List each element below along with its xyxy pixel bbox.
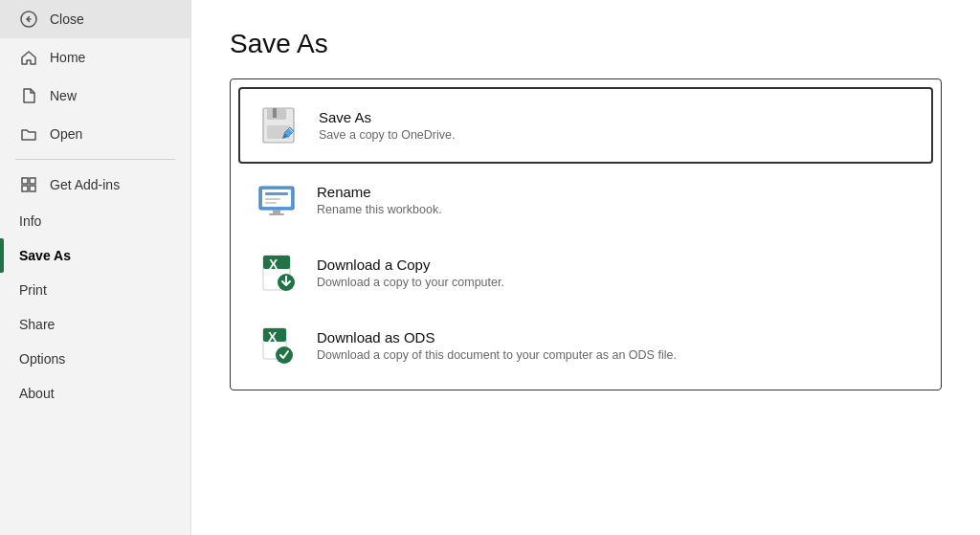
sidebar-item-get-add-ins-label: Get Add-ins	[50, 177, 120, 192]
download-copy-icon: X	[254, 250, 300, 296]
page-title: Save As	[230, 29, 942, 59]
option-download-copy[interactable]: X Download a Copy Download a copy to you…	[238, 236, 933, 309]
sidebar-item-print-label: Print	[19, 282, 47, 298]
download-ods-desc: Download a copy of this document to your…	[317, 348, 677, 362]
sidebar-item-about[interactable]: About	[0, 376, 190, 411]
home-icon	[19, 48, 38, 67]
sidebar-item-share[interactable]: Share	[0, 307, 190, 342]
rename-icon	[254, 177, 300, 223]
rename-desc: Rename this workbook.	[317, 203, 442, 216]
sidebar-item-get-add-ins[interactable]: Get Add-ins	[0, 166, 190, 204]
sidebar-item-new[interactable]: New	[0, 77, 190, 115]
download-copy-text-group: Download a Copy Download a copy to your …	[317, 256, 504, 289]
svg-rect-12	[265, 192, 288, 195]
options-box: Save As Save a copy to OneDrive.	[230, 78, 942, 390]
sidebar-item-options-label: Options	[19, 351, 65, 367]
sidebar: Close Home New Open	[0, 0, 191, 535]
sidebar-item-home-label: Home	[50, 50, 85, 65]
sidebar-item-about-label: About	[19, 386, 55, 401]
option-download-ods[interactable]: X Download as ODS Download a copy of thi…	[238, 309, 933, 382]
save-as-label: Save As	[319, 109, 455, 125]
sidebar-item-save-as[interactable]: Save As	[0, 238, 190, 273]
svg-rect-16	[269, 213, 284, 215]
svg-rect-13	[265, 198, 280, 200]
rename-label: Rename	[317, 184, 442, 200]
sidebar-item-share-label: Share	[19, 317, 55, 332]
download-ods-label: Download as ODS	[317, 329, 677, 346]
open-icon	[19, 124, 38, 144]
svg-text:X: X	[268, 329, 278, 345]
sidebar-item-open[interactable]: Open	[0, 115, 190, 153]
sidebar-divider	[15, 159, 175, 160]
download-copy-label: Download a Copy	[317, 256, 504, 273]
svg-rect-1	[22, 178, 28, 184]
addins-icon	[19, 175, 38, 194]
svg-rect-3	[22, 186, 28, 191]
sidebar-item-options[interactable]: Options	[0, 342, 190, 376]
download-copy-desc: Download a copy to your computer.	[317, 276, 504, 289]
new-icon	[19, 86, 38, 105]
close-icon	[19, 10, 38, 29]
save-as-text-group: Save As Save a copy to OneDrive.	[319, 109, 455, 142]
svg-text:X: X	[269, 256, 278, 272]
svg-rect-15	[273, 210, 280, 213]
download-ods-text-group: Download as ODS Download a copy of this …	[317, 329, 677, 362]
save-as-desc: Save a copy to OneDrive.	[319, 128, 455, 142]
sidebar-item-close-label: Close	[50, 11, 84, 27]
sidebar-item-info-label: Info	[19, 213, 41, 229]
svg-rect-4	[30, 186, 35, 191]
main-content: Save As	[191, 0, 980, 535]
svg-rect-7	[273, 108, 277, 118]
svg-rect-14	[265, 202, 277, 204]
option-rename[interactable]: Rename Rename this workbook.	[238, 164, 933, 236]
sidebar-item-home[interactable]: Home	[0, 38, 190, 77]
sidebar-item-save-as-label: Save As	[19, 248, 71, 263]
save-as-icon	[256, 102, 301, 148]
sidebar-item-print[interactable]: Print	[0, 273, 190, 307]
sidebar-item-info[interactable]: Info	[0, 204, 190, 238]
svg-rect-2	[30, 178, 35, 184]
sidebar-item-new-label: New	[50, 88, 77, 103]
rename-text-group: Rename Rename this workbook.	[317, 184, 442, 216]
sidebar-item-close[interactable]: Close	[0, 0, 190, 38]
option-save-as[interactable]: Save As Save a copy to OneDrive.	[238, 87, 933, 164]
download-ods-icon: X	[254, 323, 300, 368]
sidebar-item-open-label: Open	[50, 126, 82, 142]
